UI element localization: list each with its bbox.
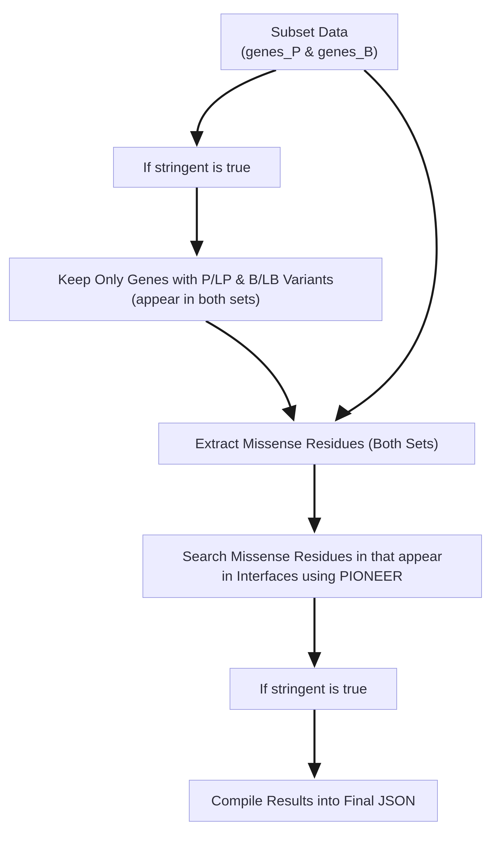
node-search-line1: Search Missense Residues in that appear (182, 547, 442, 566)
node-stringent1-label: If stringent is true (143, 158, 251, 177)
node-keep-genes: Keep Only Genes with P/LP & B/LB Variant… (9, 258, 382, 321)
node-stringent-1: If stringent is true (113, 147, 281, 188)
node-keep-line1: Keep Only Genes with P/LP & B/LB Variant… (58, 270, 334, 289)
svg-marker-4 (308, 518, 321, 533)
node-subset-line2: (genes_P & genes_B) (241, 42, 378, 61)
svg-marker-3 (282, 405, 296, 422)
node-compile-results: Compile Results into Final JSON (189, 780, 438, 822)
node-compile-label: Compile Results into Final JSON (211, 791, 415, 811)
node-extract-label: Extract Missense Residues (Both Sets) (195, 434, 438, 454)
svg-marker-1 (335, 405, 352, 422)
svg-marker-6 (308, 763, 321, 779)
svg-marker-5 (308, 652, 321, 668)
node-search-line2: in Interfaces using PIONEER (182, 566, 442, 586)
node-search-pioneer: Search Missense Residues in that appear … (143, 535, 482, 598)
node-keep-line2: (appear in both sets) (58, 289, 334, 309)
edge-subset-extract (342, 70, 437, 416)
edge-keep-extract (206, 321, 292, 411)
edge-subset-stringent1 (197, 70, 276, 138)
node-stringent2-label: If stringent is true (259, 679, 367, 699)
node-subset-data: Subset Data (genes_P & genes_B) (221, 13, 398, 70)
svg-marker-0 (190, 131, 204, 147)
node-stringent-2: If stringent is true (230, 668, 397, 710)
node-subset-line1: Subset Data (241, 22, 378, 42)
svg-marker-2 (190, 241, 204, 256)
node-extract-missense: Extract Missense Residues (Both Sets) (159, 423, 475, 465)
